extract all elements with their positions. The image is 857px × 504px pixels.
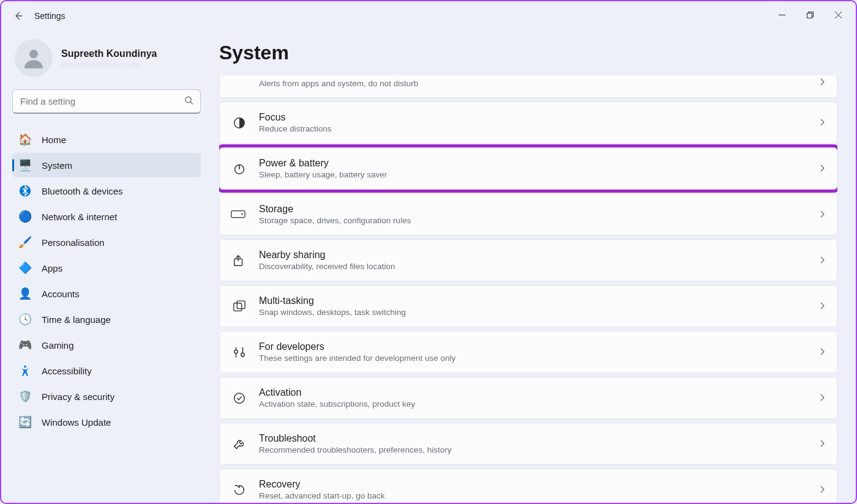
nav-item-label: Accounts <box>42 289 80 299</box>
settings-cards: Notifications Alerts from apps and syste… <box>219 75 837 504</box>
nav-item-label: Apps <box>42 263 62 273</box>
back-button[interactable] <box>12 10 24 22</box>
network-icon: 🔵 <box>18 210 32 223</box>
chevron-right-icon <box>818 393 826 404</box>
user-name: Supreeth Koundinya <box>61 48 157 59</box>
nav-item-accessibility[interactable]: Accessibility <box>12 358 201 383</box>
nav-item-system[interactable]: 🖥️System <box>12 153 201 177</box>
svg-point-2 <box>185 97 191 102</box>
card-subtitle: Reduce distractions <box>259 124 818 133</box>
nav-item-gaming[interactable]: 🎮Gaming <box>12 333 201 357</box>
nav-item-network[interactable]: 🔵Network & internet <box>12 204 201 229</box>
developer-icon <box>232 345 247 360</box>
card-subtitle: Discoverability, received files location <box>259 262 818 271</box>
personalisation-icon: 🖌️ <box>18 235 32 249</box>
home-icon: 🏠 <box>18 133 32 146</box>
card-title: For developers <box>259 341 818 352</box>
card-activation[interactable]: Activation Activation state, subscriptio… <box>219 377 837 419</box>
nav-item-label: Time & language <box>42 314 111 325</box>
chevron-right-icon <box>818 77 826 88</box>
system-icon: 🖥️ <box>18 158 32 172</box>
focus-icon <box>232 116 247 130</box>
card-title: Nearby sharing <box>259 250 818 261</box>
time-icon: 🕓 <box>18 313 32 326</box>
card-power-battery[interactable]: Power & battery Sleep, battery usage, ba… <box>219 147 837 190</box>
card-subtitle: Sleep, battery usage, battery saver <box>259 170 818 179</box>
card-subtitle: Activation state, subscriptions, product… <box>259 399 818 409</box>
card-developers[interactable]: For developers These settings are intend… <box>219 331 837 373</box>
chevron-right-icon <box>818 347 826 358</box>
nav-item-label: Bluetooth & devices <box>42 186 123 196</box>
card-title: Power & battery <box>259 158 818 169</box>
nav-item-label: Personalisation <box>42 237 105 248</box>
svg-point-1 <box>29 50 38 58</box>
card-title: Troubleshoot <box>259 433 818 444</box>
avatar <box>15 39 53 77</box>
nav-item-label: Accessibility <box>42 366 92 376</box>
nav-item-label: Windows Update <box>42 417 111 428</box>
power-icon <box>232 161 247 176</box>
nav-item-label: System <box>42 160 72 171</box>
update-icon: 🔄 <box>18 415 32 429</box>
card-subtitle: Storage space, drives, configuration rul… <box>259 216 818 225</box>
chevron-right-icon <box>818 301 826 312</box>
nav-list: 🏠Home🖥️SystemBluetooth & devices🔵Network… <box>12 126 201 435</box>
nav-item-home[interactable]: 🏠Home <box>12 127 201 152</box>
nav-item-label: Home <box>42 135 66 145</box>
card-subtitle: Reset, advanced start-up, go back <box>259 491 818 500</box>
card-storage[interactable]: Storage Storage space, drives, configura… <box>219 193 837 235</box>
maximize-button[interactable] <box>796 5 824 24</box>
nav-item-time[interactable]: 🕓Time & language <box>12 307 201 332</box>
accounts-icon: 👤 <box>18 287 32 300</box>
share-icon <box>232 253 247 268</box>
check-circle-icon <box>232 391 247 406</box>
search-input[interactable] <box>12 89 201 114</box>
notifications-icon <box>232 75 247 90</box>
card-title: Storage <box>259 204 818 215</box>
search-icon <box>184 96 193 108</box>
titlebar: Settings <box>1 1 856 31</box>
card-recovery[interactable]: Recovery Reset, advanced start-up, go ba… <box>219 469 837 504</box>
nav-item-accounts[interactable]: 👤Accounts <box>12 281 201 306</box>
card-subtitle: These settings are intended for developm… <box>259 354 818 363</box>
page-title: System <box>219 42 837 64</box>
nav-item-personalisation[interactable]: 🖌️Personalisation <box>12 230 201 254</box>
card-subtitle: Recommended troubleshooters, preferences… <box>259 445 818 454</box>
user-account-row[interactable]: Supreeth Koundinya xxxxxxxxxx@xxxx.xxx <box>12 39 201 77</box>
nav-item-label: Network & internet <box>42 212 117 222</box>
nav-item-label: Gaming <box>42 340 74 350</box>
minimize-button[interactable] <box>768 5 796 24</box>
gaming-icon: 🎮 <box>18 338 32 352</box>
nav-item-label: Privacy & security <box>42 391 114 402</box>
svg-rect-0 <box>807 13 812 18</box>
svg-point-4 <box>24 365 26 368</box>
multitask-icon <box>232 299 247 314</box>
card-notifications[interactable]: Notifications Alerts from apps and syste… <box>219 75 837 98</box>
nav-item-privacy[interactable]: 🛡️Privacy & security <box>12 384 201 409</box>
bluetooth-icon <box>18 184 32 198</box>
accessibility-icon <box>18 364 32 377</box>
card-multitasking[interactable]: Multi-tasking Snap windows, desktops, ta… <box>219 285 837 327</box>
card-nearby-sharing[interactable]: Nearby sharing Discoverability, received… <box>219 239 837 281</box>
chevron-right-icon <box>818 163 826 174</box>
close-button[interactable] <box>824 5 852 24</box>
svg-rect-10 <box>234 303 242 311</box>
storage-icon <box>231 207 245 222</box>
wrench-icon <box>232 437 247 451</box>
svg-rect-11 <box>237 300 245 308</box>
nav-item-update[interactable]: 🔄Windows Update <box>12 410 201 434</box>
nav-item-apps[interactable]: 🔷Apps <box>12 256 201 280</box>
card-troubleshoot[interactable]: Troubleshoot Recommended troubleshooters… <box>219 423 837 465</box>
chevron-right-icon <box>818 484 826 495</box>
card-focus[interactable]: Focus Reduce distractions <box>219 102 837 144</box>
chevron-right-icon <box>818 117 826 128</box>
card-subtitle: Alerts from apps and system, do not dist… <box>259 79 818 88</box>
nav-item-bluetooth[interactable]: Bluetooth & devices <box>12 179 201 203</box>
apps-icon: 🔷 <box>18 261 32 275</box>
card-title: Activation <box>259 387 818 398</box>
svg-point-8 <box>241 213 243 215</box>
privacy-icon: 🛡️ <box>18 390 32 403</box>
app-title: Settings <box>34 11 65 21</box>
chevron-right-icon <box>818 439 826 450</box>
card-title: Multi-tasking <box>259 295 818 306</box>
